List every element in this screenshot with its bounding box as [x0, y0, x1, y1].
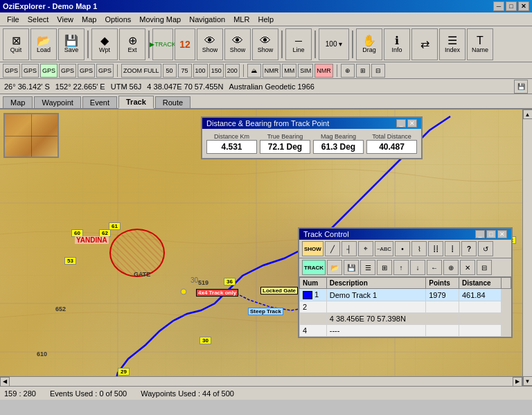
- track-row-2[interactable]: 2: [300, 301, 511, 313]
- grid-btn[interactable]: ⊞: [356, 64, 370, 78]
- gps-btn-5[interactable]: GPS: [78, 64, 95, 78]
- track-tool-4[interactable]: ~ABC: [375, 241, 393, 256]
- zoom-150-button[interactable]: 150: [209, 64, 224, 78]
- menu-file[interactable]: File: [3, 14, 24, 25]
- line-button[interactable]: ─ Line: [285, 28, 312, 60]
- gps-btn-3[interactable]: GPS: [40, 64, 57, 78]
- nmr-btn-2[interactable]: NMR: [314, 64, 333, 78]
- nmr-btn[interactable]: NMR: [263, 64, 281, 78]
- minimize-button[interactable]: ─: [493, 1, 504, 11]
- track-save-btn[interactable]: 💾: [344, 260, 359, 275]
- waypoint-track-only[interactable]: 4x4 Track only: [196, 289, 238, 297]
- track-tool-5[interactable]: •: [395, 241, 410, 256]
- dist-popup-minimize[interactable]: _: [396, 119, 406, 127]
- menu-view[interactable]: View: [53, 14, 78, 25]
- track-col-dist: Distance: [459, 278, 501, 289]
- name-button[interactable]: T Name: [467, 28, 493, 60]
- track-row-3[interactable]: 4 38.456E 70 57.398N: [300, 313, 511, 325]
- load-button[interactable]: 📂 Load: [30, 28, 57, 60]
- tab-map[interactable]: Map: [3, 96, 33, 108]
- track-row-1[interactable]: 1 Demo Track 1 1979 461.84: [300, 289, 511, 301]
- gps-btn-12[interactable]: 12: [175, 28, 195, 60]
- zoom-50-button[interactable]: 50: [163, 64, 177, 78]
- elevation-btn[interactable]: ⛰: [247, 64, 261, 78]
- wpt-button[interactable]: ◆ Wpt: [91, 28, 118, 60]
- menu-options[interactable]: Options: [100, 14, 135, 25]
- track-show-button[interactable]: SHOW: [302, 241, 323, 256]
- close-button[interactable]: ✕: [518, 1, 529, 11]
- drag-button[interactable]: ✋ Drag: [356, 28, 382, 60]
- track-tool-reset[interactable]: ↺: [478, 241, 493, 256]
- menu-map[interactable]: Map: [78, 14, 100, 25]
- waypoint-locked-gate[interactable]: Locked Gate: [260, 287, 298, 294]
- arrows-button[interactable]: ⇄: [411, 28, 438, 60]
- map-scrollbar-horizontal[interactable]: ◀ ▶: [0, 376, 522, 386]
- save-coords-button[interactable]: 💾: [514, 80, 528, 94]
- track-control-minimize[interactable]: _: [475, 230, 485, 238]
- zoom-75-button[interactable]: 75: [178, 64, 192, 78]
- track-list-btn[interactable]: ☰: [360, 260, 375, 275]
- dist-popup-close[interactable]: ✕: [407, 119, 417, 127]
- tab-route[interactable]: Route: [155, 96, 190, 108]
- grid-btn-2[interactable]: ⊟: [371, 64, 385, 78]
- track-down-btn[interactable]: ↓: [410, 260, 425, 275]
- track-left-btn[interactable]: ←: [427, 260, 442, 275]
- track-load-btn[interactable]: 📂: [327, 260, 342, 275]
- sim-btn[interactable]: SIM: [298, 64, 313, 78]
- track-control-maximize[interactable]: □: [486, 230, 496, 238]
- quit-button[interactable]: ⊠ Quit: [3, 28, 29, 60]
- menu-select[interactable]: Select: [24, 14, 53, 25]
- line-icon: ─: [295, 35, 302, 46]
- index-button[interactable]: ☰ Index: [439, 28, 466, 60]
- menu-mlr[interactable]: MLR: [229, 14, 254, 25]
- scroll-right-button[interactable]: ▶: [513, 377, 522, 387]
- show-button-3[interactable]: 👁 Show: [252, 28, 278, 60]
- track-tool-8[interactable]: ⁞: [445, 241, 460, 256]
- maximize-button[interactable]: □: [506, 1, 517, 11]
- thumbnail-map[interactable]: [3, 113, 59, 158]
- track-info-btn[interactable]: ⊕: [443, 260, 459, 275]
- waypoint-steep-track[interactable]: Steep Track: [248, 308, 283, 315]
- menu-help[interactable]: Help: [254, 14, 278, 25]
- track-tool-6[interactable]: ⌇: [411, 241, 427, 256]
- gps-btn-2[interactable]: GPS: [21, 64, 39, 78]
- track-control-close[interactable]: ✕: [497, 230, 507, 238]
- zoom-button[interactable]: 100 ▾: [319, 28, 349, 60]
- save-button[interactable]: 💾 Save: [58, 28, 85, 60]
- tab-waypoint[interactable]: Waypoint: [34, 96, 80, 108]
- tab-event[interactable]: Event: [82, 96, 117, 108]
- route-sign-53: 53: [64, 257, 76, 265]
- show-button-1[interactable]: 👁 Show: [197, 28, 223, 60]
- track-tool-help[interactable]: ?: [461, 241, 477, 256]
- mm-btn[interactable]: MM: [282, 64, 296, 78]
- track-delete-btn[interactable]: ✕: [460, 260, 475, 275]
- gps-btn-6[interactable]: GPS: [96, 64, 114, 78]
- scroll-up-button[interactable]: ▲: [523, 109, 533, 119]
- track-up-btn[interactable]: ↑: [393, 260, 409, 275]
- gps-btn-1[interactable]: GPS: [3, 64, 20, 78]
- map-area[interactable]: 30 62 61 60 53 38 36 43 51 52 30 29 28 2…: [0, 109, 532, 386]
- menu-moving-map[interactable]: Moving Map: [135, 14, 185, 25]
- track-export-btn[interactable]: ⊞: [377, 260, 392, 275]
- gps-btn-4[interactable]: GPS: [59, 64, 76, 78]
- map-scrollbar-vertical[interactable]: ▲ ▼: [522, 109, 532, 386]
- tab-track[interactable]: Track: [118, 96, 154, 109]
- track-track-button[interactable]: TRACK: [302, 260, 326, 275]
- show-button-2[interactable]: 👁 Show: [224, 28, 251, 60]
- zoom-100-button[interactable]: 100: [193, 64, 208, 78]
- track-more-btn[interactable]: ⊟: [477, 260, 492, 275]
- track-tool-7[interactable]: ⁞⁞: [428, 241, 443, 256]
- move-left-btn[interactable]: ⊕: [341, 64, 355, 78]
- zoom-full-button[interactable]: ZOOM FULL: [121, 64, 161, 78]
- menu-navigation[interactable]: Navigation: [185, 14, 229, 25]
- scroll-left-button[interactable]: ◀: [0, 377, 10, 387]
- track-tool-1[interactable]: ╱: [325, 241, 340, 256]
- track-tool-2[interactable]: ┤: [342, 241, 357, 256]
- track-tool-3[interactable]: ⌖: [358, 241, 373, 256]
- track-btn-1[interactable]: ▶TRACK: [152, 28, 173, 60]
- scroll-down-button[interactable]: ▼: [523, 376, 533, 386]
- track-row-4[interactable]: 4 ----: [300, 325, 511, 337]
- ext-button[interactable]: ⊕ Ext: [119, 28, 145, 60]
- zoom-200-button[interactable]: 200: [225, 64, 240, 78]
- info-button[interactable]: ℹ Info: [384, 28, 410, 60]
